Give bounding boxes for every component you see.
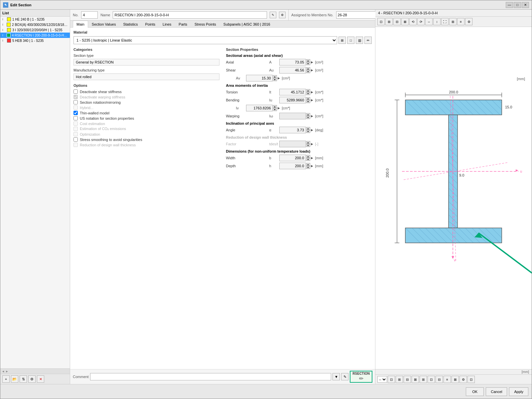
sidebar-item-5[interactable]: I 5 HEB 340 | 1 - S235 [0, 38, 70, 43]
axial-input[interactable] [279, 59, 306, 66]
depth-up[interactable]: ▲ [306, 163, 310, 166]
angle-down[interactable]: ▼ [306, 130, 310, 133]
cancel-button[interactable]: Cancel [486, 387, 507, 396]
bending2-input[interactable] [246, 105, 273, 111]
draw-btn7[interactable]: ↔ [425, 18, 433, 25]
dc-btn4[interactable]: ⊠ [412, 376, 419, 383]
draw-btn9[interactable]: ⛶ [441, 18, 449, 25]
tab-main[interactable]: Main [73, 21, 88, 28]
sidebar-item-4[interactable]: I 4 RSECTION I 200-200-9-15-0-0-H | 1 - … [0, 33, 70, 38]
view-dropdown[interactable]: -- [377, 376, 387, 383]
name-edit-button[interactable]: ✎ [270, 12, 276, 18]
draw-btn2[interactable]: ⊞ [385, 18, 393, 25]
shear-input[interactable] [279, 67, 306, 73]
depth-input[interactable] [279, 163, 306, 169]
depth-down[interactable]: ▼ [306, 166, 310, 169]
sidebar-item-3[interactable]: I 3 I 320/300/12/20/0/0/H | 1 - S235 [0, 27, 70, 33]
tab-points[interactable]: Points [141, 21, 159, 28]
material-btn4[interactable]: ✏ [364, 37, 372, 44]
tab-statistics[interactable]: Statistics [119, 21, 141, 28]
draw-btn6[interactable]: ⟳ [417, 18, 425, 25]
dc-btn11[interactable]: ⊡ [467, 376, 475, 383]
axial-down[interactable]: ▼ [306, 62, 310, 65]
material-btn2[interactable]: □ [347, 37, 354, 44]
tab-parts[interactable]: Parts [175, 21, 191, 28]
bending-up[interactable]: ▲ [306, 97, 310, 100]
minimize-button[interactable]: — [506, 2, 513, 8]
angle-up[interactable]: ▲ [306, 127, 310, 130]
sidebar-sort-button[interactable]: ⇅ [20, 375, 27, 383]
warping-input[interactable] [279, 113, 306, 119]
tab-stress-points[interactable]: Stress Points [191, 21, 220, 28]
torsion-input[interactable] [279, 89, 306, 95]
material-select[interactable]: 1 - S235 | Isotropic | Linear Elastic [73, 36, 337, 44]
dc-btn10[interactable]: ⚙ [460, 376, 467, 383]
draw-btn5[interactable]: ⟲ [409, 18, 417, 25]
torsion-down[interactable]: ▼ [306, 92, 310, 95]
option-checkbox-optimization[interactable] [73, 132, 78, 136]
draw-btn3[interactable]: ⊟ [393, 18, 401, 25]
name-input[interactable] [113, 11, 267, 19]
warping-down[interactable]: ▼ [306, 116, 310, 119]
material-btn3[interactable]: ▥ [356, 37, 363, 44]
option-checkbox-us-notation[interactable] [73, 116, 78, 120]
sidebar-new-button[interactable]: + [2, 375, 10, 383]
dc-btn5[interactable]: ⊞ [420, 376, 427, 383]
draw-btn4[interactable]: ⊠ [401, 18, 409, 25]
sidebar-item-2[interactable]: I 2 BOX(A) 400/300/206/12/20/18/182/0/0 … [0, 22, 70, 27]
material-btn1[interactable]: ⊞ [338, 37, 346, 44]
sidebar-filter-button[interactable]: ⚙ [28, 375, 36, 383]
apply-button[interactable]: Apply [509, 387, 528, 396]
option-checkbox-co2-estimation[interactable] [73, 127, 78, 131]
torsion-up[interactable]: ▲ [306, 89, 310, 92]
name-extra-button[interactable]: ⚙ [279, 12, 286, 18]
comment-edit-btn[interactable]: ✎ [341, 373, 348, 380]
option-checkbox-thin-walled[interactable] [73, 111, 78, 115]
tab-lines[interactable]: Lines [159, 21, 175, 28]
option-checkbox-reduction-wall[interactable] [73, 143, 78, 147]
factor-up[interactable]: ▲ [306, 141, 310, 144]
option-checkbox-section-rotation[interactable] [73, 100, 78, 104]
width-input[interactable] [279, 155, 306, 161]
tab-subpanels[interactable]: Subpanels | AISC 360 | 2016 [220, 21, 274, 28]
draw-btn10[interactable]: ⊞ [449, 18, 457, 25]
shear-down[interactable]: ▼ [306, 70, 310, 73]
factor-input[interactable] [279, 141, 306, 147]
bending2-up[interactable]: ▲ [273, 105, 277, 108]
sidebar-scrollbar[interactable]: ◄ ► [0, 368, 70, 374]
bending-input[interactable] [279, 97, 306, 103]
dc-btn8[interactable]: ≡ [444, 376, 451, 383]
width-down[interactable]: ▼ [306, 158, 310, 161]
draw-btn8[interactable]: ↕ [433, 18, 441, 25]
maximize-button[interactable]: □ [514, 2, 521, 8]
comment-input[interactable] [90, 373, 332, 380]
option-checkbox-deactivate-shear[interactable] [73, 89, 78, 94]
close-button[interactable]: ✕ [522, 2, 529, 8]
dc-btn7[interactable]: ⊟ [436, 376, 443, 383]
bending-down[interactable]: ▼ [306, 100, 310, 103]
shear2-up[interactable]: ▲ [273, 75, 277, 78]
sidebar-open-button[interactable]: 📂 [11, 375, 18, 383]
sidebar-delete-button[interactable]: ✕ [37, 375, 44, 383]
shear2-input[interactable] [246, 75, 273, 81]
factor-down[interactable]: ▼ [306, 144, 310, 147]
dc-btn9[interactable]: ⊠ [452, 376, 459, 383]
dc-btn2[interactable]: ⊞ [396, 376, 403, 383]
width-up[interactable]: ▲ [306, 155, 310, 158]
shear-up[interactable]: ▲ [306, 67, 310, 70]
no-input[interactable] [81, 11, 98, 19]
draw-btn11[interactable]: ≡ [457, 18, 465, 25]
angle-input[interactable] [279, 127, 306, 133]
option-checkbox-stress-smoothing[interactable] [73, 137, 78, 142]
ok-button[interactable]: OK [466, 387, 484, 396]
draw-btn1[interactable]: ⊡ [377, 18, 385, 25]
shear2-down[interactable]: ▼ [273, 78, 277, 81]
option-checkbox-cost-estimation[interactable] [73, 121, 78, 126]
option-checkbox-hybrid[interactable] [73, 105, 78, 110]
dc-btn6[interactable]: ⊡ [428, 376, 435, 383]
rsection-button[interactable]: RSECTION ✏ [350, 371, 372, 383]
option-checkbox-deactivate-warping[interactable] [73, 95, 78, 99]
draw-btn12[interactable]: ⚙ [465, 18, 472, 25]
dc-btn1[interactable]: ⊡ [388, 376, 395, 383]
warping-up[interactable]: ▲ [306, 113, 310, 116]
